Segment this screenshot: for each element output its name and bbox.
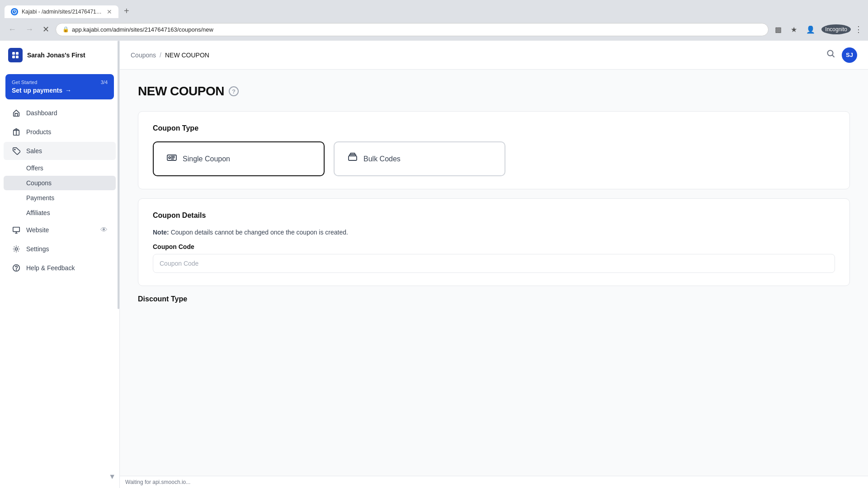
eye-icon: 👁 (100, 226, 108, 234)
page-title: NEW COUPON (138, 84, 224, 99)
back-button[interactable]: ← (5, 23, 19, 36)
svg-rect-7 (13, 227, 19, 232)
products-label: Products (26, 128, 51, 136)
svg-rect-2 (16, 52, 19, 55)
website-label: Website (26, 226, 49, 234)
monitor-icon (12, 225, 21, 235)
svg-rect-4 (16, 56, 19, 58)
get-started-banner[interactable]: Get Started 3/4 Set up payments → (5, 74, 114, 99)
sidebar-logo: Sarah Jonas's First (0, 41, 119, 70)
sidebar-item-products[interactable]: Products (4, 123, 116, 141)
sidebar-content: Get Started 3/4 Set up payments → Dashbo… (0, 70, 119, 488)
help-label: Help & Feedback (26, 264, 75, 272)
incognito-label[interactable]: Incognito (821, 24, 851, 34)
status-text: Waiting for api.smooch.io... (125, 479, 190, 485)
svg-point-6 (14, 149, 15, 150)
sidebar-item-settings[interactable]: Settings (4, 240, 116, 258)
sales-label: Sales (26, 147, 42, 155)
bulk-codes-label: Bulk Codes (363, 155, 401, 163)
svg-point-10 (16, 270, 17, 270)
sidebar-item-dashboard[interactable]: Dashboard (4, 104, 116, 122)
single-coupon-button[interactable]: Single Coupon (153, 141, 325, 176)
offers-label: Offers (26, 164, 43, 172)
sidebar-item-affiliates[interactable]: Affiliates (4, 206, 116, 220)
coupons-label: Coupons (26, 179, 52, 187)
single-coupon-icon (166, 152, 177, 165)
new-tab-button[interactable]: + (120, 4, 133, 18)
top-header: Coupons / NEW COUPON SJ (120, 41, 868, 70)
status-bar: Waiting for api.smooch.io... (120, 476, 868, 488)
tab-favicon (11, 8, 18, 15)
dashboard-label: Dashboard (26, 109, 57, 117)
main-area: Coupons / NEW COUPON SJ NEW COUPON ? (120, 41, 868, 488)
address-bar[interactable]: 🔒 app.kajabi.com/admin/sites/2147647163/… (56, 23, 769, 36)
active-tab[interactable]: Kajabi - /admin/sites/214764716... ✕ (5, 5, 118, 18)
svg-rect-16 (350, 153, 355, 155)
url-text: app.kajabi.com/admin/sites/2147647163/co… (72, 26, 213, 33)
sidebar-item-help[interactable]: Help & Feedback (4, 259, 116, 277)
coupon-code-label: Coupon Code (153, 243, 835, 250)
toolbar-actions: ▩ ★ 👤 Incognito ⋮ (772, 23, 863, 36)
sidebar-scroll-down[interactable]: ▼ (108, 473, 116, 481)
get-started-label: Get Started 3/4 (12, 80, 108, 85)
payments-label: Payments (26, 194, 54, 202)
sidebar-item-website[interactable]: Website 👁 (4, 221, 116, 239)
svg-point-8 (15, 248, 17, 250)
breadcrumb: Coupons / NEW COUPON (131, 52, 209, 59)
breadcrumb-current: NEW COUPON (165, 52, 209, 59)
coupon-details-title: Coupon Details (153, 211, 835, 220)
single-coupon-label: Single Coupon (183, 155, 230, 163)
get-started-action: Set up payments → (12, 87, 108, 94)
website-row-left: Website (12, 225, 49, 235)
sidebar-item-sales[interactable]: Sales (4, 142, 116, 160)
breadcrumb-parent[interactable]: Coupons (131, 52, 156, 59)
user-avatar[interactable]: SJ (842, 47, 857, 63)
forward-button[interactable]: → (23, 23, 36, 36)
discount-type-header: Discount Type (138, 295, 850, 307)
header-actions: SJ (826, 47, 857, 63)
coupon-type-options: Single Coupon Bulk Codes (153, 141, 835, 176)
bookmark-button[interactable]: ★ (788, 23, 800, 36)
sidebar-item-offers[interactable]: Offers (4, 161, 116, 175)
lock-icon: 🔒 (62, 26, 69, 33)
svg-point-13 (169, 157, 170, 159)
tag-icon (12, 146, 21, 155)
sidebar-scrollbar (118, 41, 119, 309)
affiliates-label: Affiliates (26, 209, 50, 216)
page-help-icon[interactable]: ? (229, 86, 239, 96)
browser-menu-button[interactable]: ⋮ (854, 24, 863, 34)
logo-text: Sarah Jonas's First (27, 52, 85, 59)
home-icon (12, 108, 21, 117)
svg-rect-3 (12, 56, 15, 58)
coupon-type-title: Coupon Type (153, 124, 835, 132)
profile-button[interactable]: 👤 (803, 23, 818, 36)
coupon-details-card: Coupon Details Note: Coupon details cann… (138, 198, 850, 286)
cast-button[interactable]: ▩ (772, 23, 784, 36)
note-body: Coupon details cannot be changed once th… (171, 229, 348, 236)
sidebar: Sarah Jonas's First Get Started 3/4 Set … (0, 41, 120, 488)
coupon-type-card: Coupon Type Single Coupon (138, 111, 850, 189)
tab-close-button[interactable]: ✕ (107, 8, 112, 15)
search-button[interactable] (826, 49, 835, 61)
tab-title: Kajabi - /admin/sites/214764716... (22, 9, 103, 15)
page-title-row: NEW COUPON ? (138, 84, 850, 99)
logo-icon (8, 48, 23, 62)
box-icon (12, 127, 21, 136)
reload-button[interactable]: ✕ (40, 23, 52, 36)
note-text: Note: Coupon details cannot be changed o… (153, 229, 835, 236)
app-layout: Sarah Jonas's First Get Started 3/4 Set … (0, 41, 868, 488)
svg-rect-14 (349, 156, 357, 160)
sidebar-item-payments[interactable]: Payments (4, 191, 116, 205)
bulk-codes-button[interactable]: Bulk Codes (334, 141, 505, 176)
coupon-code-input[interactable] (153, 254, 835, 273)
browser-chrome: Kajabi - /admin/sites/214764716... ✕ + ←… (0, 0, 868, 41)
breadcrumb-separator: / (160, 52, 161, 59)
browser-tabs: Kajabi - /admin/sites/214764716... ✕ + (0, 0, 868, 18)
settings-label: Settings (26, 245, 49, 253)
page-content: NEW COUPON ? Coupon Type (120, 70, 868, 476)
help-icon (12, 263, 21, 272)
browser-toolbar: ← → ✕ 🔒 app.kajabi.com/admin/sites/21476… (0, 18, 868, 41)
svg-rect-1 (12, 52, 15, 55)
bulk-codes-icon (347, 152, 358, 165)
sidebar-item-coupons[interactable]: Coupons (4, 176, 116, 190)
